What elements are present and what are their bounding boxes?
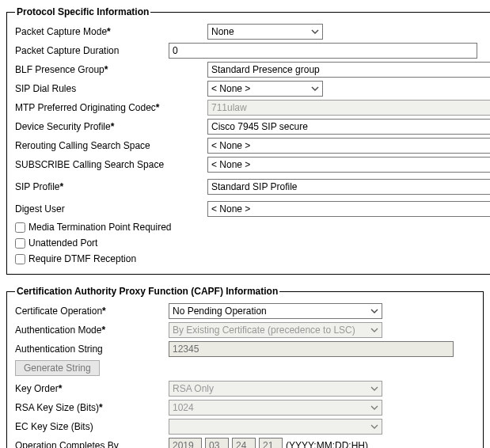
sip-dial-rules-label: SIP Dial Rules — [15, 83, 207, 94]
operation-completes-by-hh — [259, 438, 283, 448]
mtp-codec-label: MTP Preferred Originating Codec — [15, 102, 207, 113]
media-termination-point-required-checkbox[interactable] — [15, 222, 25, 233]
blf-presence-group-label: BLF Presence Group — [15, 64, 207, 75]
protocol-specific-info-section: Protocol Specific Information Packet Cap… — [6, 6, 490, 275]
date-format-hint: (YYYY:MM:DD:HH) — [286, 440, 368, 448]
require-dtmf-reception-label: Require DTMF Reception — [28, 253, 136, 264]
require-dtmf-reception-checkbox[interactable] — [15, 254, 25, 264]
unattended-port-checkbox[interactable] — [15, 238, 25, 249]
capf-info-legend: Certification Authority Proxy Function (… — [15, 286, 279, 297]
protocol-specific-info-legend: Protocol Specific Information — [15, 6, 150, 17]
unattended-port-label: Unattended Port — [28, 237, 97, 249]
packet-capture-mode-select[interactable]: None — [207, 24, 323, 40]
rsa-key-size-select: 1024 — [169, 400, 382, 416]
sip-dial-rules-select[interactable]: < None > — [207, 81, 323, 97]
key-order-label: Key Order — [15, 383, 169, 394]
sip-profile-label: SIP Profile — [15, 181, 207, 192]
ec-key-size-select — [169, 419, 382, 435]
rerouting-css-label: Rerouting Calling Search Space — [15, 140, 207, 151]
operation-completes-by-label: Operation Completes By — [15, 440, 169, 448]
ec-key-size-label: EC Key Size (Bits) — [15, 421, 169, 432]
packet-capture-duration-input[interactable] — [169, 43, 477, 59]
operation-completes-by-dd — [232, 438, 256, 448]
blf-presence-group-select[interactable]: Standard Presence group — [207, 62, 490, 78]
authentication-mode-select: By Existing Certificate (precedence to L… — [169, 322, 382, 338]
sip-profile-select[interactable]: Standard SIP Profile — [207, 179, 490, 195]
authentication-string-label: Authentication String — [15, 344, 169, 355]
generate-string-button: Generate String — [15, 360, 100, 376]
key-order-select: RSA Only — [169, 381, 382, 397]
device-security-profile-label: Device Security Profile — [15, 121, 207, 132]
authentication-mode-label: Authentication Mode — [15, 325, 169, 336]
digest-user-label: Digest User — [15, 203, 207, 215]
certificate-operation-select[interactable]: No Pending Operation — [169, 303, 382, 319]
certificate-operation-label: Certificate Operation — [15, 306, 169, 317]
operation-completes-by-yyyy — [169, 438, 202, 448]
device-security-profile-select[interactable]: Cisco 7945 SIP secure — [207, 119, 490, 135]
packet-capture-duration-label: Packet Capture Duration — [15, 45, 169, 56]
mtp-codec-select: 711ulaw — [207, 100, 490, 116]
subscribe-css-label: SUBSCRIBE Calling Search Space — [15, 159, 207, 170]
capf-info-section: Certification Authority Proxy Function (… — [6, 286, 484, 448]
rerouting-css-select[interactable]: < None > — [207, 138, 490, 154]
authentication-string-input — [169, 341, 454, 357]
digest-user-select[interactable]: < None > — [207, 201, 490, 217]
packet-capture-mode-label: Packet Capture Mode — [15, 26, 207, 37]
media-termination-point-required-label: Media Termination Point Required — [28, 222, 172, 233]
operation-completes-by-mm — [205, 438, 229, 448]
subscribe-css-select[interactable]: < None > — [207, 157, 490, 173]
rsa-key-size-label: RSA Key Size (Bits) — [15, 402, 169, 413]
